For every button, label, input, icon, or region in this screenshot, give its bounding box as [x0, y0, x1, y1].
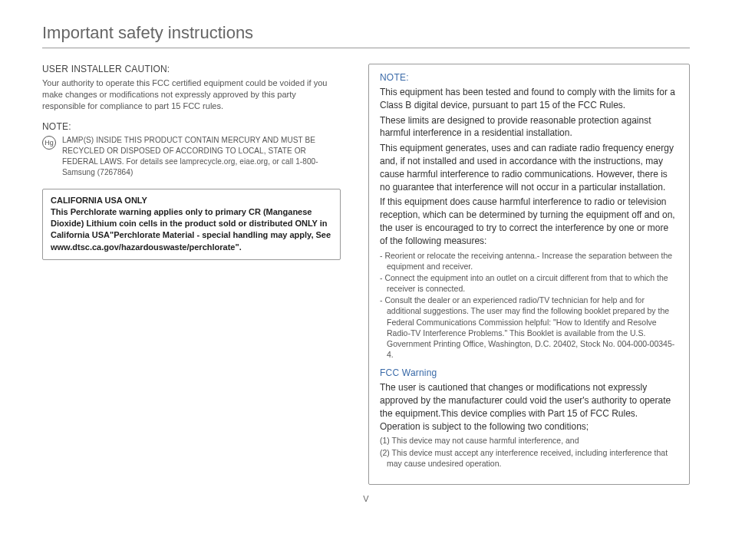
right-note-p1: This equipment has been tested and found…	[380, 86, 678, 112]
bullet-consult: - Consult the dealer or an experienced r…	[380, 295, 678, 360]
fcc-condition-1: (1) This device may not cause harmful in…	[380, 435, 678, 446]
fcc-condition-2: (2) This device must accept any interfer…	[380, 447, 678, 469]
california-body: This Perchlorate warning applies only to…	[51, 206, 332, 254]
bullet-reorient: - Reorient or relocate the receiving ant…	[380, 250, 678, 272]
fcc-warning-heading: FCC Warning	[380, 367, 678, 378]
page-number: V	[42, 494, 690, 503]
right-column: NOTE: This equipment has been tested and…	[368, 64, 690, 485]
page-title: Important safety instructions	[42, 23, 690, 48]
mercury-lamp-note: Hg LAMP(S) INSIDE THIS PRODUCT CONTAIN M…	[42, 135, 341, 178]
mercury-hg-icon: Hg	[42, 136, 56, 150]
right-note-p4: If this equipment does cause harmful int…	[380, 196, 678, 247]
right-note-bullets: - Reorient or relocate the receiving ant…	[380, 250, 678, 361]
left-column: USER INSTALLER CAUTION: Your authority t…	[42, 64, 341, 485]
content-columns: USER INSTALLER CAUTION: Your authority t…	[42, 64, 690, 485]
bullet-connect: - Connect the equipment into an outlet o…	[380, 272, 678, 294]
mercury-lamp-text: LAMP(S) INSIDE THIS PRODUCT CONTAIN MERC…	[62, 135, 341, 178]
left-note-heading: NOTE:	[42, 121, 341, 132]
right-note-p3: This equipment generates, uses and can r…	[380, 142, 678, 193]
california-warning-box: CALIFORNIA USA ONLY This Perchlorate war…	[42, 189, 341, 261]
right-note-p2: These limits are designed to provide rea…	[380, 114, 678, 140]
user-caution-body: Your authority to operate this FCC certi…	[42, 77, 341, 112]
fcc-warning-body: The user is cautioned that changes or mo…	[380, 381, 678, 433]
fcc-conditions: (1) This device may not cause harmful in…	[380, 435, 678, 469]
right-note-heading: NOTE:	[380, 72, 678, 83]
california-title: CALIFORNIA USA ONLY	[51, 196, 332, 205]
user-caution-heading: USER INSTALLER CAUTION:	[42, 64, 341, 74]
